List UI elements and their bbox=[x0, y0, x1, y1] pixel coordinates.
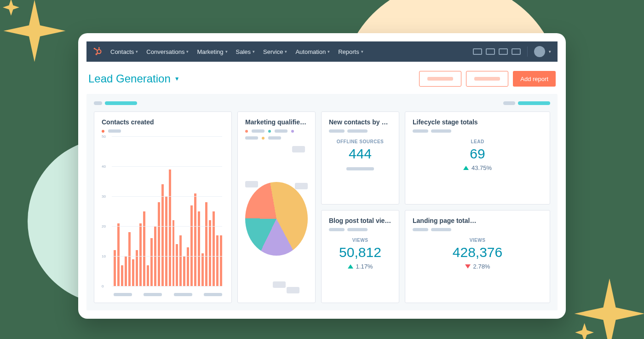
chevron-down-icon: ▾ bbox=[253, 49, 255, 54]
top-navbar: Contacts▾ Conversations▾ Marketing▾ Sale… bbox=[86, 41, 558, 62]
metric-label: VIEWS bbox=[329, 238, 391, 243]
delta-value: 1.17% bbox=[356, 263, 373, 270]
bar bbox=[143, 211, 145, 286]
header-action-button[interactable] bbox=[466, 71, 508, 87]
bar bbox=[176, 244, 178, 286]
placeholder-icon bbox=[346, 167, 374, 170]
placeholder-icon bbox=[114, 293, 132, 296]
legend-dot-icon bbox=[291, 130, 294, 133]
metric-value: 444 bbox=[329, 146, 391, 162]
sparkle-icon bbox=[570, 275, 644, 339]
delta-value: 2.78% bbox=[473, 263, 490, 270]
card-title: New contacts by source bbox=[329, 118, 391, 126]
pie-label bbox=[273, 281, 286, 288]
bar bbox=[198, 211, 200, 286]
nav-marketing[interactable]: Marketing▾ bbox=[197, 48, 227, 55]
bar bbox=[165, 196, 167, 286]
dashboard-toolbar bbox=[94, 101, 550, 105]
placeholder-icon bbox=[347, 129, 368, 133]
placeholder-icon bbox=[474, 77, 500, 81]
utility-icon[interactable] bbox=[499, 48, 508, 55]
page-header: Lead Generation ▼ Add report bbox=[86, 62, 558, 94]
header-action-button[interactable] bbox=[419, 71, 461, 87]
pie-label bbox=[292, 146, 305, 152]
divider bbox=[527, 47, 528, 57]
bar-chart: 01020304050 bbox=[102, 136, 224, 296]
nav-reports[interactable]: Reports▾ bbox=[338, 48, 363, 55]
bar bbox=[161, 184, 164, 286]
hubspot-logo-icon bbox=[93, 47, 102, 56]
legend-dot-icon bbox=[245, 130, 248, 133]
utility-icon[interactable] bbox=[473, 48, 482, 55]
placeholder-icon bbox=[431, 129, 451, 133]
placeholder-icon bbox=[347, 228, 368, 231]
delta-value: 43.75% bbox=[472, 164, 492, 171]
metric-value: 69 bbox=[413, 146, 542, 162]
nav-label: Service bbox=[263, 48, 283, 55]
bar bbox=[128, 232, 131, 286]
chevron-down-icon: ▾ bbox=[549, 49, 551, 54]
nav-conversations[interactable]: Conversations▾ bbox=[146, 48, 189, 55]
placeholder-icon bbox=[144, 293, 162, 296]
nav-label: Automation bbox=[295, 48, 326, 55]
nav-service[interactable]: Service▾ bbox=[263, 48, 287, 55]
metric-value: 428,376 bbox=[413, 245, 542, 260]
utility-icon[interactable] bbox=[486, 48, 495, 55]
chevron-down-icon: ▾ bbox=[285, 49, 287, 54]
bar bbox=[194, 193, 196, 286]
add-report-button[interactable]: Add report bbox=[513, 71, 556, 87]
card-title: Landing page total… bbox=[413, 217, 542, 224]
chevron-down-icon: ▾ bbox=[361, 49, 363, 54]
sparkle-icon bbox=[0, 0, 69, 65]
pie-chart bbox=[245, 141, 308, 296]
placeholder-icon bbox=[252, 129, 264, 133]
placeholder-icon bbox=[174, 293, 192, 296]
nav-sales[interactable]: Sales▾ bbox=[236, 48, 255, 55]
nav-items: Contacts▾ Conversations▾ Marketing▾ Sale… bbox=[110, 48, 363, 55]
card-title: Marketing qualified leads by original so… bbox=[245, 118, 308, 126]
utility-icons: ▾ bbox=[473, 46, 551, 57]
metric-label: OFFLINE SOURCES bbox=[329, 139, 391, 144]
bar bbox=[132, 259, 134, 286]
svg-point-2 bbox=[94, 48, 95, 49]
page-title-dropdown[interactable]: Lead Generation ▼ bbox=[88, 72, 180, 85]
chevron-down-icon: ▾ bbox=[136, 49, 138, 54]
nav-automation[interactable]: Automation▾ bbox=[295, 48, 330, 55]
metric-value: 50,812 bbox=[329, 245, 391, 260]
triangle-down-icon bbox=[465, 264, 471, 269]
utility-icon[interactable] bbox=[512, 48, 521, 55]
placeholder-icon bbox=[108, 129, 121, 133]
bar bbox=[150, 238, 153, 286]
pie-label bbox=[287, 287, 299, 293]
card-landing-page-total: Landing page total… VIEWS 428,376 2.78% bbox=[405, 210, 550, 303]
chevron-down-icon: ▾ bbox=[225, 49, 228, 54]
placeholder-icon bbox=[204, 293, 222, 296]
bar bbox=[172, 220, 175, 286]
metric-delta: 1.17% bbox=[329, 263, 391, 270]
legend-dot-icon bbox=[102, 130, 104, 133]
caret-down-icon: ▼ bbox=[174, 76, 180, 82]
nav-label: Contacts bbox=[110, 48, 134, 55]
placeholder-icon bbox=[275, 129, 288, 133]
metric-delta: 2.78% bbox=[413, 263, 542, 270]
legend-dot-icon bbox=[268, 130, 271, 133]
app-window: Contacts▾ Conversations▾ Marketing▾ Sale… bbox=[78, 33, 566, 319]
bar bbox=[190, 205, 193, 286]
nav-label: Sales bbox=[236, 48, 251, 55]
card-title: Contacts created bbox=[102, 118, 224, 126]
avatar[interactable] bbox=[534, 46, 545, 57]
triangle-up-icon bbox=[348, 264, 353, 269]
triangle-up-icon bbox=[463, 166, 469, 170]
nav-contacts[interactable]: Contacts▾ bbox=[110, 48, 138, 55]
cards-grid: Contacts created 01020304050 bbox=[94, 111, 550, 303]
legend-dot-icon bbox=[262, 137, 264, 140]
pie-label bbox=[295, 183, 308, 189]
placeholder-icon bbox=[427, 77, 453, 81]
placeholder-icon bbox=[503, 101, 515, 105]
placeholder-icon bbox=[518, 101, 550, 105]
bar bbox=[147, 265, 149, 286]
placeholder-icon bbox=[329, 129, 345, 133]
chevron-down-icon: ▾ bbox=[328, 49, 330, 54]
bar bbox=[216, 235, 218, 286]
chart-legend bbox=[245, 129, 308, 140]
